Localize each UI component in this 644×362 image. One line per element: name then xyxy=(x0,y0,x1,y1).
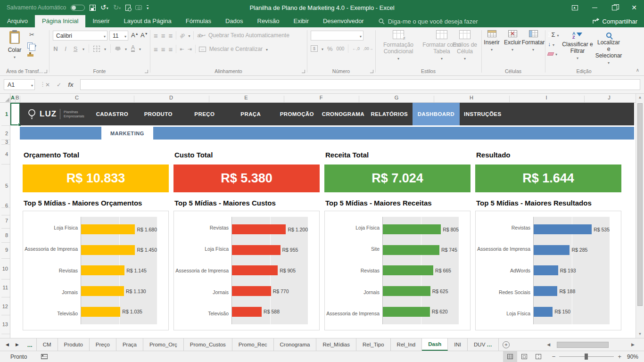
scroll-right-icon[interactable]: ▶ xyxy=(631,342,635,347)
autosave-toggle[interactable] xyxy=(71,5,85,11)
increase-font-icon[interactable]: A▲ xyxy=(131,32,139,39)
ribbon-tab-layout-da-pagina[interactable]: Layout da Página xyxy=(117,15,179,27)
column-header-b[interactable]: B xyxy=(16,95,19,100)
sheet-tab-promo-custos[interactable]: Promo_Custos xyxy=(184,338,232,351)
horizontal-scrollbar[interactable]: ◀ ▶ xyxy=(547,338,644,351)
ribbon-tab-arquivo[interactable]: Arquivo xyxy=(0,15,35,27)
column-header-c[interactable]: C xyxy=(75,95,79,100)
row-header-3[interactable]: 3 xyxy=(5,139,8,145)
row-header-10[interactable]: 10 xyxy=(2,266,8,272)
sheet-tab-preco[interactable]: Preço xyxy=(90,338,116,351)
ribbon-tab-exibir[interactable]: Exibir xyxy=(286,15,316,27)
tab-scroll-left-icon[interactable]: ◀ xyxy=(6,342,9,347)
row-header-7[interactable]: 7 xyxy=(5,218,8,223)
column-header-d[interactable]: D xyxy=(169,95,173,100)
select-all-corner[interactable] xyxy=(0,94,10,103)
sheet-tab-dash[interactable]: Dash xyxy=(422,338,448,351)
horizontal-scrollbar-thumb[interactable] xyxy=(557,342,609,348)
print-preview-icon[interactable] xyxy=(125,5,131,11)
autosum-button[interactable]: Σ xyxy=(548,31,559,38)
font-dialog-launcher-icon[interactable] xyxy=(145,70,148,73)
ribbon-tab-inserir[interactable]: Inserir xyxy=(85,15,116,27)
formula-input[interactable] xyxy=(80,79,640,90)
row-header-13[interactable]: 13 xyxy=(2,321,8,327)
tell-me-search[interactable]: Diga-me o que você deseja fazer xyxy=(379,15,478,27)
sheet-tab-promo-rec[interactable]: Promo_Rec xyxy=(232,338,274,351)
add-sheet-button[interactable]: + xyxy=(503,341,510,348)
fill-color-icon[interactable] xyxy=(115,47,121,51)
zoom-slider[interactable] xyxy=(559,356,614,357)
delete-cells-button[interactable]: Excluir xyxy=(502,30,523,52)
sheet-tab-rel-ind[interactable]: Rel_Ind xyxy=(391,338,422,351)
sheet-tab-praca[interactable]: Praça xyxy=(116,338,143,351)
bold-button[interactable]: N xyxy=(53,45,58,52)
column-headers[interactable]: ABCDEFGHIJ xyxy=(10,94,636,103)
vertical-scrollbar-thumb[interactable] xyxy=(637,103,643,306)
font-size-select[interactable]: 11 xyxy=(109,31,128,41)
row-header-4[interactable]: 4 xyxy=(5,151,8,157)
zoom-out-icon[interactable]: − xyxy=(552,353,556,360)
undo-button[interactable] xyxy=(100,3,108,12)
sheet-tab-duv[interactable]: DUV… xyxy=(468,338,499,351)
format-cells-button[interactable]: Formatar xyxy=(523,30,544,52)
alignment-dialog-launcher-icon[interactable] xyxy=(302,70,305,73)
column-header-i[interactable]: I xyxy=(545,95,547,100)
find-select-button[interactable]: Localizar e Selecionar xyxy=(595,31,622,66)
close-button[interactable] xyxy=(624,0,644,15)
column-header-h[interactable]: H xyxy=(470,95,473,100)
sheet-tab-rel-midias[interactable]: Rel_Mídias xyxy=(316,338,356,351)
ribbon-tab-revisao[interactable]: Revisão xyxy=(250,15,287,27)
italic-button[interactable]: I xyxy=(63,45,68,52)
column-header-a[interactable]: A xyxy=(11,95,15,100)
clear-button[interactable] xyxy=(548,50,559,57)
restore-button[interactable] xyxy=(604,0,624,15)
ribbon-tab-desenvolvedor[interactable]: Desenvolvedor xyxy=(316,15,371,27)
format-painter-icon[interactable] xyxy=(27,54,33,57)
name-box-caret-icon[interactable] xyxy=(31,82,34,88)
name-box[interactable]: A1 xyxy=(4,79,35,90)
column-header-j[interactable]: J xyxy=(608,95,611,100)
zoom-slider-thumb[interactable] xyxy=(585,354,588,360)
vertical-scrollbar[interactable]: ▲ ▼ xyxy=(636,94,644,338)
number-dialog-launcher-icon[interactable] xyxy=(370,70,373,73)
row-header-2[interactable]: 2 xyxy=(5,131,8,136)
sheet-tabs-overflow[interactable]: ... xyxy=(24,338,36,351)
ribbon-tab-pagina-inicial[interactable]: Página Inicial xyxy=(35,15,85,27)
font-name-select[interactable]: Calibri xyxy=(53,31,107,41)
font-color-icon[interactable]: A xyxy=(131,45,135,52)
sort-filter-button[interactable]: AZ Classificar e Filtrar xyxy=(561,31,594,61)
underline-caret-icon[interactable] xyxy=(83,45,84,52)
clipboard-dialog-launcher-icon[interactable] xyxy=(44,70,47,73)
scroll-up-icon[interactable]: ▲ xyxy=(636,95,644,99)
sheet-tab-cm[interactable]: CM xyxy=(36,338,58,351)
ribbon-tab-dados[interactable]: Dados xyxy=(218,15,250,27)
sheet-tab-ini[interactable]: INI xyxy=(448,338,468,351)
row-header-5[interactable]: 5 xyxy=(5,183,8,189)
worksheet-area[interactable]: LUZ Planilhas Empresariais CADASTROPRODU… xyxy=(10,103,636,338)
zoom-level-label[interactable]: 90% xyxy=(623,354,638,360)
customize-qat-icon[interactable] xyxy=(147,5,149,10)
borders-icon[interactable] xyxy=(93,46,100,52)
scroll-down-icon[interactable]: ▼ xyxy=(636,332,644,336)
sheet-tab-promo-orc[interactable]: Promo_Orç xyxy=(143,338,184,351)
active-cell-selection[interactable] xyxy=(10,103,20,125)
row-header-12[interactable]: 12 xyxy=(2,304,8,309)
row-header-9[interactable]: 9 xyxy=(5,247,8,253)
row-header-11[interactable]: 11 xyxy=(3,285,8,290)
row-header-6[interactable]: 6 xyxy=(5,203,8,208)
scroll-left-icon[interactable]: ◀ xyxy=(547,342,550,347)
column-header-e[interactable]: E xyxy=(244,95,248,100)
row-header-8[interactable]: 8 xyxy=(5,232,8,238)
decrease-font-icon[interactable]: A▼ xyxy=(140,32,148,39)
tab-scroll-right-icon[interactable]: ▶ xyxy=(16,342,19,347)
row-headers[interactable]: 12345678910111213 xyxy=(0,103,10,338)
insert-cells-button[interactable]: Inserir xyxy=(481,30,502,52)
column-header-f[interactable]: F xyxy=(320,95,323,100)
column-header-g[interactable]: G xyxy=(395,95,399,100)
cut-icon[interactable] xyxy=(27,31,36,38)
copy-button[interactable] xyxy=(27,42,36,49)
fill-button[interactable] xyxy=(548,41,559,48)
underline-button[interactable]: S xyxy=(73,45,78,52)
sheet-tab-produto[interactable]: Produto xyxy=(58,338,90,351)
sheet-tab-cronograma[interactable]: Cronograma xyxy=(274,338,317,351)
